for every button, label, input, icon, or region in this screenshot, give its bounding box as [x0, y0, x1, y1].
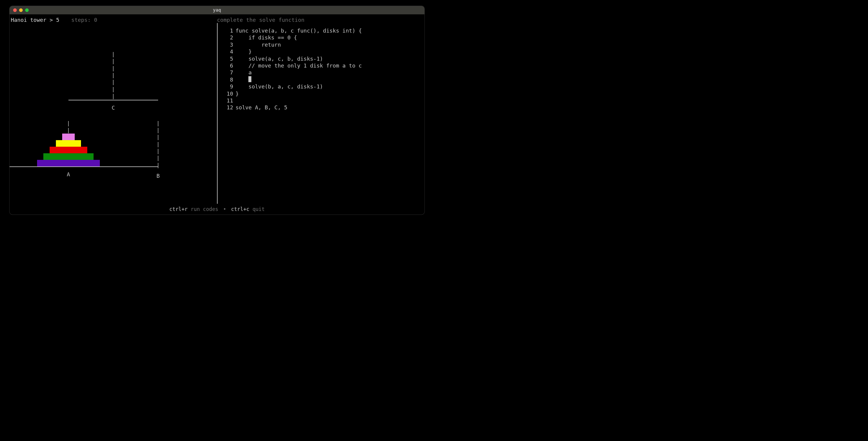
line-number: 3 [224, 41, 233, 48]
line-number: 7 [224, 69, 233, 76]
peg-c-label: C [112, 104, 115, 111]
peg-a: || A [24, 120, 113, 179]
line-number: 10 [224, 90, 233, 97]
code-text: solve(a, c, b, disks-1) [236, 55, 323, 62]
peg-a-label: A [67, 171, 70, 178]
run-key: ctrl+r [169, 206, 187, 212]
peg-a-disks [37, 133, 100, 166]
run-label: run codes [191, 206, 218, 212]
line-number: 4 [224, 48, 233, 55]
code-text: } [236, 48, 252, 55]
disk [62, 133, 75, 140]
titlebar: yaq [9, 6, 425, 14]
instruction-text: complete the solve function [217, 17, 305, 23]
code-line[interactable]: 6 // move the only 1 disk from a to c [224, 62, 425, 69]
line-number: 9 [224, 83, 233, 90]
footer-hints: ctrl+r run codes • ctrl+c quit [9, 204, 425, 212]
code-line[interactable]: 8 [224, 76, 425, 83]
code-text: return [236, 41, 281, 48]
disk [37, 160, 100, 166]
peg-c: ||||||| C [24, 51, 203, 111]
code-line[interactable]: 10} [224, 90, 425, 97]
peg-c-base [68, 100, 158, 100]
line-number: 5 [224, 55, 233, 62]
puzzle-title: Hanoi tower > 5 [11, 17, 60, 23]
line-number: 8 [224, 76, 233, 83]
separator-dot: • [223, 206, 226, 212]
code-line[interactable]: 7 a [224, 69, 425, 76]
peg-c-rod: ||||||| [112, 51, 115, 100]
peg-ab-base [9, 166, 158, 167]
code-line[interactable]: 1func solve(a, b, c func(), disks int) { [224, 27, 425, 34]
peg-a-rod: || [67, 120, 70, 134]
quit-label: quit [253, 206, 265, 212]
code-text: func solve(a, b, c func(), disks int) { [236, 27, 362, 34]
peg-b: ||||||| B [113, 120, 203, 179]
line-number: 1 [224, 27, 233, 34]
code-editor[interactable]: 1func solve(a, b, c func(), disks int) {… [217, 23, 425, 204]
code-text: } [236, 90, 239, 97]
disk [43, 153, 94, 160]
terminal-window: yaq Hanoi tower > 5 steps: 0 complete th… [9, 6, 425, 215]
code-text: solve(b, a, c, disks-1) [236, 83, 323, 90]
line-number: 2 [224, 34, 233, 41]
code-line[interactable]: 4 } [224, 48, 425, 55]
cursor-icon [248, 76, 251, 82]
peg-b-rod: ||||||| [157, 120, 160, 169]
window-title: yaq [9, 7, 425, 13]
quit-key: ctrl+c [231, 206, 249, 212]
steps-counter: steps: 0 [71, 17, 97, 23]
peg-b-label: B [157, 173, 160, 179]
code-line[interactable]: 11 [224, 97, 425, 104]
code-text: if disks == 0 { [236, 34, 297, 41]
line-number: 12 [224, 104, 233, 111]
code-line[interactable]: 9 solve(b, a, c, disks-1) [224, 83, 425, 90]
code-line[interactable]: 5 solve(a, c, b, disks-1) [224, 55, 425, 62]
disk [50, 147, 87, 153]
code-line[interactable]: 12solve A, B, C, 5 [224, 104, 425, 111]
code-line[interactable]: 3 return [224, 41, 425, 48]
code-text: // move the only 1 disk from a to c [236, 62, 362, 69]
main-area: ||||||| C || A [9, 23, 425, 204]
line-number: 11 [224, 97, 233, 104]
disk [56, 140, 81, 147]
code-text: a [236, 69, 252, 76]
code-text: solve A, B, C, 5 [236, 104, 287, 111]
status-bar: Hanoi tower > 5 steps: 0 complete the so… [9, 17, 425, 23]
code-line[interactable]: 2 if disks == 0 { [224, 34, 425, 41]
code-text [236, 76, 248, 83]
app-content: Hanoi tower > 5 steps: 0 complete the so… [9, 14, 425, 215]
hanoi-visualization: ||||||| C || A [9, 23, 217, 204]
line-number: 6 [224, 62, 233, 69]
